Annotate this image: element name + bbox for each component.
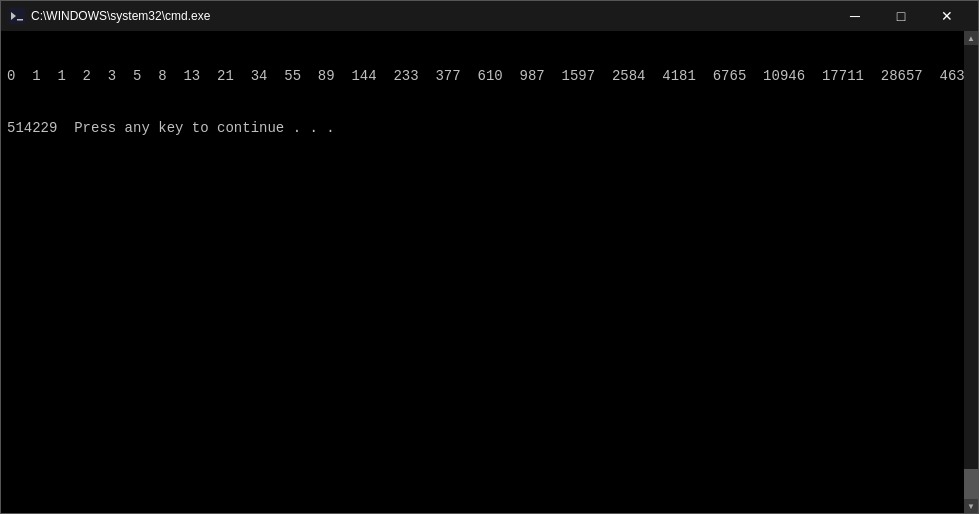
window-controls: ─ □ ✕: [832, 1, 970, 31]
output-line-2: 514229 Press any key to continue . . .: [7, 119, 972, 139]
scroll-track[interactable]: [964, 45, 978, 499]
scroll-thumb[interactable]: [964, 469, 978, 499]
cmd-icon: [9, 8, 25, 24]
close-button[interactable]: ✕: [924, 1, 970, 31]
minimize-button[interactable]: ─: [832, 1, 878, 31]
cmd-window: C:\WINDOWS\system32\cmd.exe ─ □ ✕ 0 1 1 …: [0, 0, 979, 514]
scrollbar[interactable]: ▲ ▼: [964, 31, 978, 513]
scroll-up-button[interactable]: ▲: [964, 31, 978, 45]
window-title: C:\WINDOWS\system32\cmd.exe: [31, 9, 832, 23]
title-bar: C:\WINDOWS\system32\cmd.exe ─ □ ✕: [1, 1, 978, 31]
output-line-1: 0 1 1 2 3 5 8 13 21 34 55 89 144 233 377…: [7, 67, 972, 87]
scroll-down-button[interactable]: ▼: [964, 499, 978, 513]
console-output[interactable]: 0 1 1 2 3 5 8 13 21 34 55 89 144 233 377…: [1, 31, 978, 513]
maximize-button[interactable]: □: [878, 1, 924, 31]
svg-rect-2: [17, 19, 23, 21]
